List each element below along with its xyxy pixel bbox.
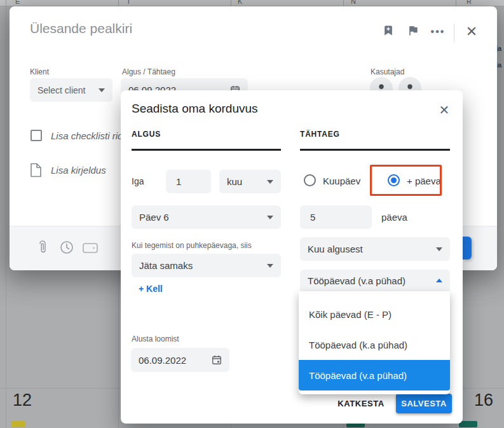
calendar-icon	[212, 355, 222, 365]
due-column-rule	[300, 149, 450, 151]
chevron-down-icon	[99, 88, 105, 92]
users-label: Kasutajad	[371, 67, 404, 76]
menu-option[interactable]: Tööpäevad (k.a pühad)	[299, 329, 450, 360]
offset-origin-value: Kuu algusest	[308, 244, 436, 254]
save-button-fragment[interactable]	[463, 237, 472, 259]
weekday-label: N	[351, 0, 356, 5]
menu-option[interactable]: Kõik päevad (E - P)	[299, 299, 450, 329]
bookmark-add-icon[interactable]	[381, 23, 396, 38]
dates-label: Algus / Tähtaeg	[122, 67, 175, 76]
modal-close-icon[interactable]: ✕	[436, 102, 453, 118]
weekday-label: R	[467, 0, 472, 5]
day-of-month-select[interactable]: Päev 6	[132, 205, 281, 229]
due-date-radio[interactable]	[304, 174, 316, 186]
weekday-label: E	[15, 0, 20, 5]
day-type-select[interactable]: Tööpäevad (v.a pühad)	[300, 270, 450, 291]
start-creating-date-value: 06.09.2022	[139, 355, 212, 366]
client-label: Klient	[30, 67, 49, 76]
start-column-header: ALGUS	[132, 130, 161, 139]
save-button[interactable]: SALVESTA	[396, 394, 452, 413]
chevron-up-icon	[436, 279, 442, 282]
every-label: Iga	[132, 176, 144, 186]
calendar-gridline	[6, 0, 6, 428]
weekday-label: T	[126, 0, 131, 5]
weekday-label: K	[238, 0, 242, 5]
event-chip-yellow[interactable]	[11, 421, 25, 427]
day-of-month-value: Päev 6	[139, 212, 267, 223]
chevron-down-icon	[267, 180, 273, 184]
modal-title: Seadista oma korduvus	[132, 102, 258, 116]
client-select[interactable]: Select client	[30, 78, 112, 102]
holiday-rule-select[interactable]: Jäta samaks	[132, 254, 281, 277]
day-type-menu: Kõik päevad (E - P) Tööpäevad (k.a pühad…	[299, 291, 450, 394]
task-title-field[interactable]	[29, 20, 296, 37]
every-unit-select[interactable]: kuu	[219, 170, 281, 193]
screen: E T K N R 12 16 ja ja ••• ✕ Klient Selec…	[0, 0, 504, 428]
holiday-rule-value: Jäta samaks	[139, 260, 267, 271]
start-creating-label: Alusta loomist	[132, 335, 179, 343]
due-column-header: TÄHTAEG	[300, 130, 340, 139]
every-unit-value: kuu	[227, 176, 267, 187]
client-select-value: Select client	[37, 85, 99, 95]
card-icon[interactable]	[82, 242, 99, 254]
offset-origin-select[interactable]: Kuu algusest	[300, 237, 450, 261]
task-title-input[interactable]	[29, 20, 296, 37]
close-icon[interactable]: ✕	[463, 24, 480, 40]
start-column-rule	[132, 149, 281, 151]
clock-icon[interactable]	[59, 240, 74, 255]
calendar-day-number: 12	[13, 390, 32, 410]
add-checklist-row[interactable]: Lisa checklisti rid	[51, 130, 123, 141]
days-count-input[interactable]	[300, 205, 372, 229]
add-description[interactable]: Lisa kirjeldus	[51, 165, 106, 176]
recurrence-modal: Seadista oma korduvus ✕ ALGUS TÄHTAEG Ig…	[121, 90, 463, 424]
more-icon[interactable]: •••	[428, 25, 447, 38]
toolbar-divider	[454, 24, 454, 42]
every-count-input[interactable]	[166, 170, 211, 193]
calendar-day-number: 16	[474, 390, 493, 410]
start-creating-date-field[interactable]: 06.09.2022	[131, 348, 229, 372]
add-time-link[interactable]: + Kell	[139, 284, 163, 294]
document-icon[interactable]	[30, 163, 42, 177]
checkbox-icon[interactable]	[31, 130, 42, 141]
holiday-rule-label: Kui tegemist on puhkepäevaga, siis	[132, 241, 252, 250]
flag-icon[interactable]	[405, 23, 421, 38]
event-chip-teal[interactable]	[459, 421, 477, 427]
annotation-highlight-box	[370, 165, 442, 196]
cancel-button[interactable]: KATKESTA	[332, 394, 390, 413]
chevron-down-icon	[436, 247, 442, 251]
chevron-down-icon	[267, 264, 273, 268]
days-suffix-label: päeva	[381, 212, 407, 223]
day-type-value: Tööpäevad (v.a pühad)	[308, 275, 436, 286]
due-date-radio-label[interactable]: Kuupäev	[323, 176, 360, 186]
paperclip-icon[interactable]	[35, 238, 50, 255]
chevron-down-icon	[267, 216, 273, 219]
calendar-header-row	[0, 0, 504, 6]
menu-option-selected[interactable]: Tööpäevad (v.a pühad)	[299, 360, 450, 390]
